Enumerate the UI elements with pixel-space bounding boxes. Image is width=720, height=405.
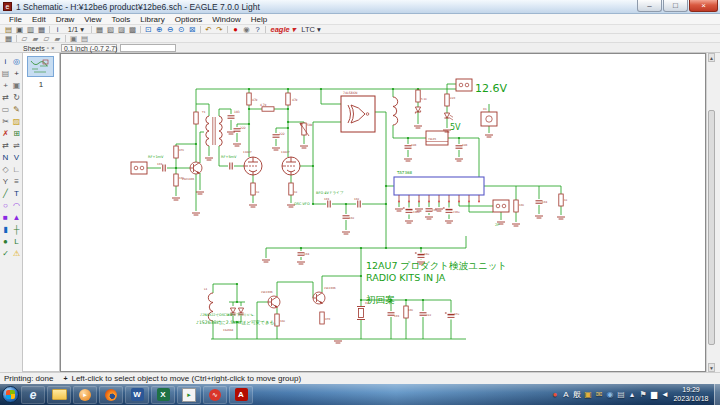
go-icon[interactable]: ◉ (241, 25, 252, 34)
run-icon[interactable]: ▩ (127, 25, 138, 34)
sheet-thumbnail[interactable] (27, 56, 54, 77)
show-desktop-button[interactable] (714, 384, 720, 405)
zoom-out-icon[interactable]: ⊖ (165, 25, 176, 34)
tray-clock[interactable]: 19:29 2023/10/18 (670, 386, 712, 403)
menu-item[interactable]: Window (207, 15, 245, 24)
display-tool-icon[interactable]: ▤ (0, 68, 11, 80)
frame-c-icon[interactable]: ▱ (41, 34, 52, 43)
export-image-icon[interactable]: ▦ (36, 25, 47, 34)
scroll-down-icon[interactable]: ▼ (708, 363, 715, 372)
add-tool-icon[interactable]: ⊞ (11, 128, 22, 140)
ime-mode[interactable]: A (561, 390, 571, 399)
info-icon[interactable]: i (52, 25, 63, 34)
tray-hidden-icons[interactable]: ▴ (627, 390, 637, 399)
smash-tool-icon[interactable]: ◇ (0, 164, 11, 176)
script-icon[interactable]: ▨ (116, 25, 127, 34)
invoke-tool-icon[interactable]: ≡ (11, 176, 22, 188)
menu-item[interactable]: Draw (51, 15, 80, 24)
taskbar-media-player[interactable]: ▸ (73, 386, 97, 404)
start-button[interactable] (2, 386, 19, 403)
show-tool-icon[interactable]: ◎ (11, 56, 22, 68)
taskbar-excel[interactable]: X (151, 386, 175, 404)
paste-tool-icon[interactable]: ▨ (11, 116, 22, 128)
group-tool-icon[interactable]: ▭ (0, 104, 11, 116)
stop-icon[interactable]: ● (230, 25, 241, 34)
mirror-tool-icon[interactable]: ⇄ (0, 92, 11, 104)
menu-item[interactable]: Help (246, 15, 272, 24)
layers-icon[interactable]: ▧ (105, 25, 116, 34)
mark-tool-icon[interactable]: + (11, 68, 22, 80)
cut-tool-icon[interactable]: ✂ (0, 116, 11, 128)
zoom-in-icon[interactable]: ⊕ (154, 25, 165, 34)
move-tool-icon[interactable]: + (0, 80, 11, 92)
help-icon[interactable]: ? (252, 25, 263, 34)
menu-item[interactable]: Library (135, 15, 169, 24)
delete-tool-icon[interactable]: ✗ (0, 128, 11, 140)
scale-select[interactable]: 1/1 ▾ (63, 25, 89, 34)
miter-tool-icon[interactable]: ∟ (11, 164, 22, 176)
save-icon[interactable]: ▣ (14, 25, 25, 34)
dock-a-icon[interactable]: ▣ (68, 34, 79, 43)
change-tool-icon[interactable]: ✎ (11, 104, 22, 116)
circle-tool-icon[interactable]: ○ (0, 200, 11, 212)
close-button[interactable]: × (689, 0, 718, 12)
command-input[interactable] (120, 44, 176, 52)
menu-item[interactable]: File (4, 15, 27, 24)
taskbar-app-red[interactable]: ∿ (203, 386, 227, 404)
ime-kana[interactable]: 般 (572, 389, 582, 400)
replace-tool-icon[interactable]: ⇌ (11, 140, 22, 152)
menu-item[interactable]: Options (170, 15, 208, 24)
frame-d-icon[interactable]: ▰ (52, 34, 63, 43)
junction-tool-icon[interactable]: ● (0, 236, 11, 248)
grid-toggle-icon[interactable]: ▦ (3, 34, 14, 43)
tray-toolbox-icon[interactable]: ▣ (583, 390, 593, 399)
maximize-button[interactable]: □ (663, 0, 688, 12)
eagle-menu[interactable]: eagle ▾ (268, 25, 298, 34)
dock-b-icon[interactable]: ▤ (79, 34, 90, 43)
tray-network-icon[interactable]: ▆ (649, 390, 659, 399)
split-tool-icon[interactable]: Y (0, 176, 11, 188)
tray-display-icon[interactable]: ▤ (616, 390, 626, 399)
menu-item[interactable]: Edit (27, 15, 51, 24)
scrollbar-thumb[interactable] (708, 110, 715, 345)
arc-tool-icon[interactable]: ◠ (11, 200, 22, 212)
polygon-tool-icon[interactable]: ▲ (11, 212, 22, 224)
taskbar-internet-explorer[interactable]: e (21, 386, 45, 404)
tray-app-icon[interactable]: ● (550, 390, 560, 399)
copy-tool-icon[interactable]: ▣ (11, 80, 22, 92)
bus-tool-icon[interactable]: ▮ (0, 224, 11, 236)
taskbar-acrobat[interactable]: A (229, 386, 253, 404)
vertical-scrollbar[interactable]: ▲ ▼ (706, 53, 715, 372)
frame-a-icon[interactable]: ▱ (19, 34, 30, 43)
taskbar-word[interactable]: W (125, 386, 149, 404)
pinswap-tool-icon[interactable]: ⇄ (0, 140, 11, 152)
sheets-close-icon[interactable]: × (51, 44, 55, 53)
erc-errors-icon[interactable]: ⚠ (11, 248, 22, 260)
undo-icon[interactable]: ↶ (203, 25, 214, 34)
tray-help-icon[interactable]: ◉ (605, 390, 615, 399)
label-tool-icon[interactable]: L (11, 236, 22, 248)
taskbar-explorer[interactable] (47, 386, 71, 404)
open-icon[interactable]: ▤ (3, 25, 14, 34)
net-tool-icon[interactable]: ┼ (11, 224, 22, 236)
schematic-canvas[interactable]: 47k47k4.7k22222250k74LS86N10312AU712AU72… (60, 53, 706, 372)
ltc-menu[interactable]: LTC ▾ (298, 25, 324, 34)
wire-tool-icon[interactable]: ╱ (0, 188, 11, 200)
tray-mail-icon[interactable]: ✉ (594, 390, 604, 399)
taskbar-capture[interactable]: ▸ (177, 386, 201, 404)
sheets-float-icon[interactable]: ▫ (47, 44, 49, 53)
frame-b-icon[interactable]: ▰ (30, 34, 41, 43)
zoom-redraw-icon[interactable]: ⊙ (176, 25, 187, 34)
menu-item[interactable]: View (79, 15, 106, 24)
redo-icon[interactable]: ↷ (214, 25, 225, 34)
name-tool-icon[interactable]: N (0, 152, 11, 164)
zoom-fit-icon[interactable]: ⊡ (143, 25, 154, 34)
zoom-select-icon[interactable]: ⊠ (187, 25, 198, 34)
sheet-number[interactable]: 1 (23, 80, 59, 89)
minimize-button[interactable]: – (637, 0, 662, 12)
erc-tool-icon[interactable]: ✓ (0, 248, 11, 260)
taskbar-firefox[interactable] (99, 386, 123, 404)
print-icon[interactable]: ▥ (25, 25, 36, 34)
info-tool-icon[interactable]: i (0, 56, 11, 68)
grid-icon[interactable]: ▦ (94, 25, 105, 34)
